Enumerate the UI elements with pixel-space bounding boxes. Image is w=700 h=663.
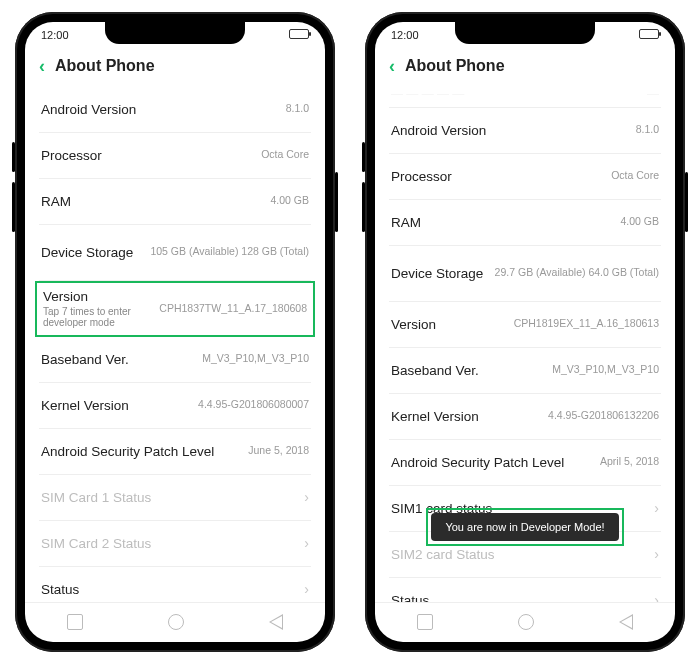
- label: RAM: [391, 215, 421, 230]
- label: SIM Card 2 Status: [41, 536, 151, 551]
- header: ‹ About Phone: [25, 48, 325, 87]
- chevron-right-icon: ›: [298, 535, 309, 551]
- row-status[interactable]: Status ›: [39, 567, 311, 602]
- row-processor[interactable]: Processor Octa Core: [389, 154, 661, 200]
- value: Octa Core: [261, 148, 309, 162]
- sublabel: Tap 7 times to enter developer mode: [43, 306, 149, 328]
- value: M_V3_P10,M_V3_P10: [202, 352, 309, 366]
- settings-list: Android Version 8.1.0 Processor Octa Cor…: [25, 87, 325, 602]
- status-time: 12:00: [391, 29, 461, 41]
- row-baseband[interactable]: Baseband Ver. M_V3_P10,M_V3_P10: [389, 348, 661, 394]
- chevron-right-icon: ›: [648, 546, 659, 562]
- label: Version: [43, 289, 149, 304]
- value: CPH1837TW_11_A.17_180608: [159, 302, 307, 316]
- row-security-patch[interactable]: Android Security Patch Level April 5, 20…: [389, 440, 661, 486]
- power-button[interactable]: [685, 172, 688, 232]
- value: M_V3_P10,M_V3_P10: [552, 363, 659, 377]
- volume-up-button[interactable]: [12, 142, 15, 172]
- row-ram[interactable]: RAM 4.00 GB: [389, 200, 661, 246]
- row-version[interactable]: Version CPH1819EX_11_A.16_180613: [389, 302, 661, 348]
- value: 4.4.95-G201806132206: [548, 409, 659, 423]
- back-button[interactable]: [269, 614, 283, 630]
- value: CPH1819EX_11_A.16_180613: [514, 317, 659, 331]
- phone-left: 12:00 ‹ About Phone Android Version 8.1.…: [15, 12, 335, 652]
- label: SIM2 card Status: [391, 547, 495, 562]
- power-button[interactable]: [335, 172, 338, 232]
- row-android-version[interactable]: Android Version 8.1.0: [389, 108, 661, 154]
- value: Octa Core: [611, 169, 659, 183]
- label: — — — — —: [391, 87, 464, 101]
- settings-list: — — — — — — Android Version 8.1.0 Proces…: [375, 87, 675, 602]
- nav-bar: [25, 602, 325, 642]
- recents-button[interactable]: [67, 614, 83, 630]
- value: 4.00 GB: [270, 194, 309, 208]
- row-sim1[interactable]: SIM1 card status ›: [389, 486, 661, 532]
- label: Android Security Patch Level: [391, 455, 564, 470]
- row-device-storage[interactable]: Device Storage 105 GB (Available) 128 GB…: [39, 225, 311, 281]
- row-sim1: SIM Card 1 Status ›: [39, 475, 311, 521]
- screen: 12:00 ‹ About Phone — — — — — — Android …: [375, 22, 675, 642]
- row-baseband[interactable]: Baseband Ver. M_V3_P10,M_V3_P10: [39, 337, 311, 383]
- row-sim2: SIM2 card Status ›: [389, 532, 661, 578]
- row-kernel[interactable]: Kernel Version 4.4.95-G201806132206: [389, 394, 661, 440]
- label: Baseband Ver.: [41, 352, 129, 367]
- row-kernel[interactable]: Kernel Version 4.4.95-G201806080007: [39, 383, 311, 429]
- value: 29.7 GB (Available) 64.0 GB (Total): [495, 266, 659, 280]
- label: Status: [41, 582, 79, 597]
- row-device-storage[interactable]: Device Storage 29.7 GB (Available) 64.0 …: [389, 246, 661, 302]
- row-version-highlighted[interactable]: Version Tap 7 times to enter developer m…: [35, 281, 315, 337]
- label: Device Storage: [41, 245, 133, 260]
- notch: [105, 22, 245, 44]
- home-button[interactable]: [518, 614, 534, 630]
- row-ram[interactable]: RAM 4.00 GB: [39, 179, 311, 225]
- nav-bar: [375, 602, 675, 642]
- row-security-patch[interactable]: Android Security Patch Level June 5, 201…: [39, 429, 311, 475]
- chevron-right-icon: ›: [648, 592, 659, 602]
- value: 8.1.0: [636, 123, 659, 137]
- label: Android Version: [391, 123, 486, 138]
- notch: [455, 22, 595, 44]
- label: Kernel Version: [41, 398, 129, 413]
- back-icon[interactable]: ‹: [39, 56, 45, 77]
- home-button[interactable]: [168, 614, 184, 630]
- label: Processor: [41, 148, 102, 163]
- volume-down-button[interactable]: [362, 182, 365, 232]
- label: SIM1 card status: [391, 501, 492, 516]
- volume-up-button[interactable]: [362, 142, 365, 172]
- value: —: [647, 87, 659, 101]
- row-android-version[interactable]: Android Version 8.1.0: [39, 87, 311, 133]
- value: 4.00 GB: [620, 215, 659, 229]
- volume-down-button[interactable]: [12, 182, 15, 232]
- page-title: About Phone: [55, 57, 155, 75]
- value: June 5, 2018: [248, 444, 309, 458]
- back-icon[interactable]: ‹: [389, 56, 395, 77]
- recents-button[interactable]: [417, 614, 433, 630]
- label: Status: [391, 593, 429, 602]
- screen: 12:00 ‹ About Phone Android Version 8.1.…: [25, 22, 325, 642]
- value: 8.1.0: [286, 102, 309, 116]
- value: 4.4.95-G201806080007: [198, 398, 309, 412]
- label: Device Storage: [391, 266, 483, 281]
- chevron-right-icon: ›: [298, 581, 309, 597]
- label: RAM: [41, 194, 71, 209]
- label: Kernel Version: [391, 409, 479, 424]
- row-processor[interactable]: Processor Octa Core: [39, 133, 311, 179]
- value: 105 GB (Available) 128 GB (Total): [150, 245, 309, 259]
- status-battery: [589, 29, 659, 41]
- label: SIM Card 1 Status: [41, 490, 151, 505]
- status-battery: [239, 29, 309, 41]
- label: Android Version: [41, 102, 136, 117]
- label: Processor: [391, 169, 452, 184]
- label: Baseband Ver.: [391, 363, 479, 378]
- chevron-right-icon: ›: [648, 500, 659, 516]
- value: April 5, 2018: [600, 455, 659, 469]
- row-partial-top[interactable]: — — — — — —: [389, 87, 661, 108]
- row-sim2: SIM Card 2 Status ›: [39, 521, 311, 567]
- page-title: About Phone: [405, 57, 505, 75]
- header: ‹ About Phone: [375, 48, 675, 87]
- label: Android Security Patch Level: [41, 444, 214, 459]
- label: Version: [391, 317, 436, 332]
- phone-right: 12:00 ‹ About Phone — — — — — — Android …: [365, 12, 685, 652]
- back-button[interactable]: [619, 614, 633, 630]
- row-status[interactable]: Status ›: [389, 578, 661, 602]
